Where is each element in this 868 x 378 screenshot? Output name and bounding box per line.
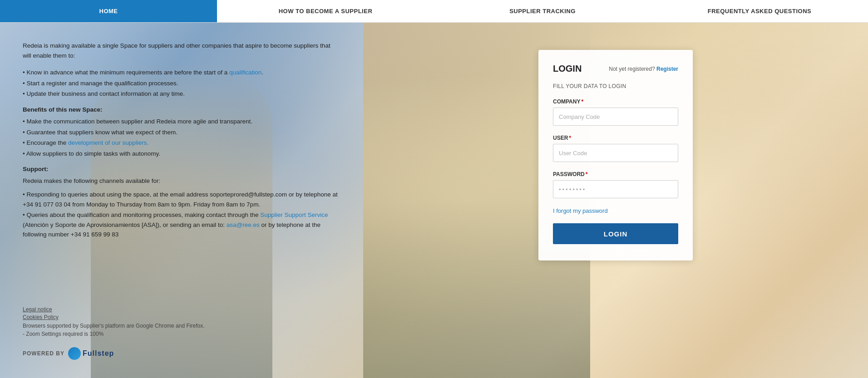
- powered-by: POWERED BY Fullstep: [23, 347, 340, 360]
- benefit-4: Allow suppliers to do simple tasks with …: [23, 149, 340, 159]
- register-text: Not yet registered? Register: [609, 66, 678, 72]
- intro-bullets: Know in advance what the minimum require…: [23, 68, 340, 99]
- login-card: LOGIN Not yet registered? Register FILL …: [538, 50, 693, 260]
- password-label: PASSWORD*: [553, 171, 678, 177]
- navigation: HOME HOW TO BECOME A SUPPLIER SUPPLIER T…: [0, 0, 868, 23]
- password-form-group: PASSWORD*: [553, 171, 678, 198]
- register-link[interactable]: Register: [656, 66, 678, 72]
- nav-supplier-tracking[interactable]: SUPPLIER TRACKING: [434, 0, 651, 22]
- nav-faq[interactable]: FREQUENTLY ASKED QUESTIONS: [651, 0, 868, 22]
- qualification-link[interactable]: qualification: [229, 69, 261, 76]
- company-required: *: [581, 98, 583, 105]
- content-overlay: Redeia is making available a single Spac…: [0, 23, 868, 378]
- password-required: *: [586, 171, 588, 177]
- bullet-register: Start a register and manage the qualific…: [23, 79, 340, 88]
- support-heading: Support:: [23, 166, 340, 172]
- powered-by-label: POWERED BY: [23, 350, 64, 357]
- support-intro: Redeia makes the following channels avai…: [23, 176, 340, 186]
- development-link[interactable]: development of our suppliers.: [68, 139, 148, 146]
- user-form-group: USER*: [553, 135, 678, 162]
- browser-info: Browsers supported by Supplier's platfor…: [23, 322, 340, 330]
- user-required: *: [569, 135, 571, 141]
- supplier-support-link[interactable]: Supplier Support Service: [260, 211, 328, 218]
- cookies-policy-link[interactable]: Cookies Policy: [23, 314, 340, 320]
- bullet-qualification: Know in advance what the minimum require…: [23, 68, 340, 78]
- asa-email-link[interactable]: asa@ree.es: [227, 221, 260, 228]
- left-content: Redeia is making available a single Spac…: [23, 41, 340, 306]
- company-input[interactable]: [553, 108, 678, 126]
- support-bullets: Responding to queries about using the sp…: [23, 190, 340, 240]
- benefits-bullets: Make the communication between supplier …: [23, 117, 340, 158]
- bullet-update: Update their business and contact inform…: [23, 89, 340, 99]
- fullstep-logo: Fullstep: [68, 347, 114, 360]
- nav-home[interactable]: HOME: [0, 0, 217, 22]
- fullstep-name: Fullstep: [83, 349, 114, 358]
- zoom-info: - Zoom Settings required is 100%: [23, 330, 340, 338]
- intro-paragraph: Redeia is making available a single Spac…: [23, 41, 340, 60]
- support-bullet-2: Queries about the qualification and moni…: [23, 210, 340, 240]
- login-button[interactable]: LOGIN: [553, 223, 678, 244]
- right-panel: LOGIN Not yet registered? Register FILL …: [363, 23, 868, 378]
- forgot-password-link[interactable]: I forgot my password: [553, 207, 678, 214]
- company-label: COMPANY*: [553, 98, 678, 105]
- user-label: USER*: [553, 135, 678, 141]
- fill-data-label: FILL YOUR DATA TO LOGIN: [553, 83, 678, 89]
- user-input[interactable]: [553, 144, 678, 162]
- benefit-3: Encourage the development of our supplie…: [23, 138, 340, 148]
- main-area: Redeia is making available a single Spac…: [0, 23, 868, 378]
- support-bullet-1: Responding to queries about using the sp…: [23, 190, 340, 209]
- legal-notice-link[interactable]: Legal notice: [23, 306, 340, 313]
- company-form-group: COMPANY*: [553, 98, 678, 126]
- nav-how-to-become[interactable]: HOW TO BECOME A SUPPLIER: [217, 0, 434, 22]
- password-input[interactable]: [553, 180, 678, 198]
- login-title: LOGIN: [553, 64, 582, 74]
- login-header: LOGIN Not yet registered? Register: [553, 64, 678, 74]
- benefit-2: Guarantee that suppliers know what we ex…: [23, 128, 340, 137]
- benefit-1: Make the communication between supplier …: [23, 117, 340, 127]
- left-panel: Redeia is making available a single Spac…: [0, 23, 363, 378]
- footer-links: Legal notice Cookies Policy Browsers sup…: [23, 306, 340, 360]
- fullstep-circle-icon: [68, 347, 81, 360]
- benefits-heading: Benefits of this new Space:: [23, 106, 340, 113]
